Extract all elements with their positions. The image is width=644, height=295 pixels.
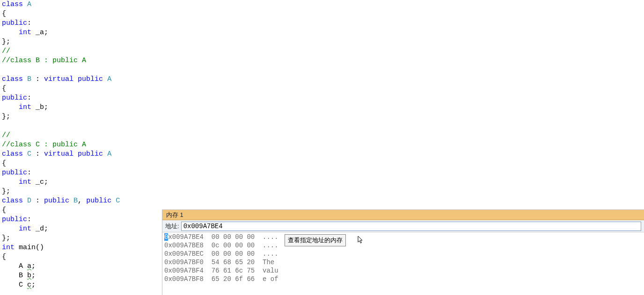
memory-address-bar: 地址: [162,220,644,232]
code-token: }; [2,187,10,195]
code-token: { [2,159,6,167]
code-token: c [27,281,31,289]
memory-hex-view[interactable]: 0x009A7BE4 00 00 00 00 ....0x009A7BE8 0c… [162,232,644,284]
memory-tooltip: 查看指定地址的内存 [285,234,346,246]
code-token: B [73,197,78,205]
memory-row[interactable]: 0x009A7BF4 76 61 6c 75 valu [164,266,642,275]
memory-address-label: 地址: [165,222,179,230]
code-token: }; [2,38,10,46]
code-token: , [78,197,86,205]
code-token: a [27,262,31,270]
code-token: A [107,75,111,83]
code-token: virtual [44,150,73,158]
code-token: public [2,19,27,27]
code-token: public [2,94,27,102]
code-token: _a; [31,29,48,36]
code-token: C [27,150,31,158]
memory-address-input[interactable] [181,222,641,231]
code-token [2,225,19,233]
code-token [2,29,19,36]
code-token: // [2,131,10,139]
memory-row[interactable]: 0x009A7BEC 00 00 00 00 .... [164,250,642,258]
code-token: }; [2,234,10,242]
code-token: //class C : public A [2,141,86,149]
code-token: main [19,244,36,252]
code-token: ; [31,272,36,280]
memory-panel: 内存 1 地址: 0x009A7BE4 00 00 00 00 ....0x00… [162,209,644,295]
code-token: public [78,150,103,158]
code-token: ; [31,262,36,270]
code-token: class [2,197,23,205]
code-token: ; [31,281,36,289]
code-token: public [2,216,27,223]
code-token: { [2,206,6,214]
code-token: _c; [31,178,48,186]
code-token: int [2,244,15,252]
code-token: }; [2,113,10,121]
memory-row[interactable]: 0x009A7BF8 65 20 6f 66 e of [164,275,642,283]
code-token: B [2,272,27,280]
code-token: public [86,197,111,205]
code-token: { [2,85,6,93]
code-token: : [31,197,44,205]
memory-panel-title: 内存 1 [162,210,644,220]
code-token: int [19,225,31,233]
code-token: { [2,253,6,261]
code-token [2,103,19,111]
code-token: _d; [31,225,48,233]
code-token [2,178,19,186]
code-token: int [19,178,31,186]
code-token: { [2,10,6,18]
code-token: () [36,244,44,252]
code-token: virtual [44,75,73,83]
code-token: : [27,19,31,27]
code-token: : [27,216,31,223]
code-token: int [19,103,31,111]
code-token: public [2,169,27,177]
code-token: C [2,281,27,289]
code-token: : [27,94,31,102]
code-token: A [107,150,111,158]
code-token: : [31,150,44,158]
code-token: class [2,150,23,158]
code-token: : [27,169,31,177]
memory-row[interactable]: 0x009A7BF0 54 68 65 20 The [164,258,642,266]
code-token: b [27,272,31,280]
code-token: //class B : public A [2,57,86,65]
code-token: class [2,0,23,8]
code-token: A [27,0,31,8]
memory-row[interactable]: 0x009A7BE8 0c 00 00 00 .... [164,241,642,250]
code-token: B [27,75,31,83]
code-token: C [116,197,120,205]
code-token: int [19,29,31,36]
code-token: _b; [31,103,48,111]
code-token: D [27,197,31,205]
code-token: public [78,75,103,83]
memory-row[interactable]: 0x009A7BE4 00 00 00 00 .... [164,233,642,241]
code-token: : [31,75,44,83]
code-token: // [2,47,10,55]
code-token: public [44,197,69,205]
code-token: A [2,262,27,270]
code-token: class [2,75,23,83]
